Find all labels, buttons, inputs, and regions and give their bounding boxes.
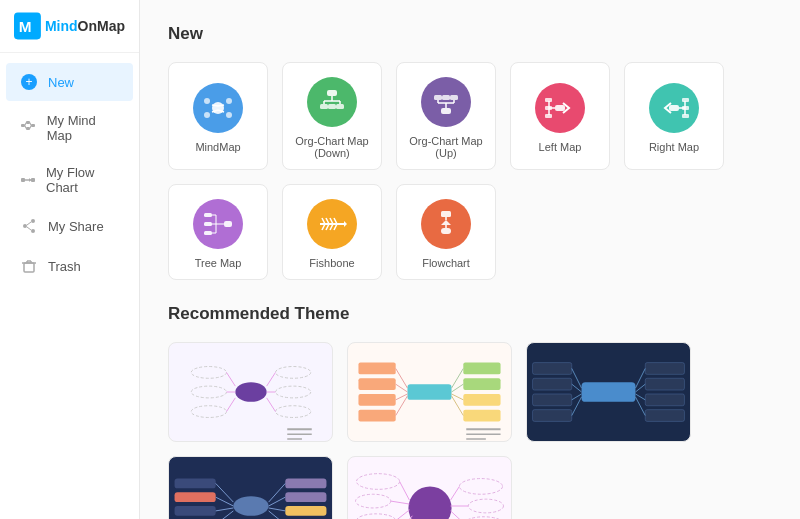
flowchart-label: Flowchart: [422, 257, 470, 269]
svg-point-30: [226, 112, 232, 118]
sidebar-item-trash[interactable]: Trash: [6, 247, 133, 285]
svg-rect-13: [31, 178, 35, 182]
org-up-icon-circle: [421, 77, 471, 127]
svg-rect-51: [555, 105, 565, 111]
svg-rect-104: [358, 363, 395, 375]
mindmap-label: MindMap: [195, 141, 240, 153]
svg-rect-61: [682, 106, 689, 110]
svg-rect-143: [175, 506, 216, 516]
svg-line-154: [269, 497, 286, 506]
svg-line-97: [267, 372, 276, 386]
theme-card-4[interactable]: [168, 456, 333, 519]
theme-svg-4: [169, 457, 332, 519]
svg-line-33: [218, 105, 224, 106]
template-right-map[interactable]: Right Map: [624, 62, 724, 170]
svg-rect-56: [545, 114, 552, 118]
svg-rect-147: [285, 506, 326, 516]
svg-rect-142: [175, 492, 216, 502]
fishbone-label: Fishbone: [309, 257, 354, 269]
svg-point-163: [356, 514, 395, 519]
svg-point-160: [408, 486, 451, 519]
svg-point-90: [191, 406, 226, 418]
right-map-label: Right Map: [649, 141, 699, 153]
sidebar-item-trash-label: Trash: [48, 259, 81, 274]
svg-point-26: [212, 102, 224, 114]
svg-point-166: [468, 499, 503, 513]
svg-line-156: [269, 511, 286, 519]
recommended-section-title: Recommended Theme: [168, 304, 772, 324]
svg-point-140: [233, 496, 268, 516]
svg-rect-50: [450, 95, 458, 100]
template-org-up[interactable]: Org-Chart Map (Up): [396, 62, 496, 170]
svg-rect-43: [441, 108, 451, 114]
svg-line-20: [27, 227, 31, 230]
mindmap-icon-circle: [193, 83, 243, 133]
svg-rect-128: [645, 363, 684, 375]
svg-rect-105: [358, 378, 395, 390]
template-mindmap[interactable]: MindMap: [168, 62, 268, 170]
svg-line-19: [27, 222, 31, 225]
tree-map-label: Tree Map: [195, 257, 242, 269]
svg-rect-40: [320, 104, 328, 109]
org-down-icon-circle: [307, 77, 357, 127]
svg-line-96: [226, 398, 235, 412]
sidebar-nav: + New My Mind Map: [0, 53, 139, 287]
svg-rect-86: [441, 228, 451, 234]
trash-icon: [20, 257, 38, 275]
svg-rect-57: [669, 105, 679, 111]
theme-svg-1: [169, 343, 332, 441]
svg-rect-63: [204, 213, 212, 217]
sidebar-item-new-label: New: [48, 75, 74, 90]
template-flowchart[interactable]: Flowchart: [396, 184, 496, 280]
sidebar-item-mind-map[interactable]: My Mind Map: [6, 103, 133, 153]
theme-card-2[interactable]: [347, 342, 512, 442]
new-section-title: New: [168, 24, 772, 44]
svg-line-172: [451, 486, 460, 500]
svg-line-152: [216, 511, 234, 519]
svg-rect-62: [682, 114, 689, 118]
svg-rect-145: [285, 479, 326, 489]
svg-text:+: +: [26, 75, 33, 89]
template-left-map[interactable]: Left Map: [510, 62, 610, 170]
logo: M MindOnMap: [0, 0, 139, 53]
svg-rect-131: [645, 410, 684, 422]
svg-point-17: [31, 229, 35, 233]
svg-rect-54: [545, 98, 552, 102]
theme-card-1[interactable]: [168, 342, 333, 442]
svg-point-29: [226, 98, 232, 104]
svg-line-168: [400, 482, 410, 501]
svg-rect-106: [358, 394, 395, 406]
template-org-down[interactable]: Org-Chart Map (Down): [282, 62, 382, 170]
sidebar-item-new[interactable]: + New: [6, 63, 133, 101]
svg-point-161: [356, 474, 399, 490]
theme-card-5[interactable]: [347, 456, 512, 519]
theme-svg-2: [348, 343, 511, 441]
svg-rect-4: [21, 124, 25, 127]
sidebar-item-flow-chart[interactable]: My Flow Chart: [6, 155, 133, 205]
svg-rect-6: [26, 127, 30, 130]
flow-chart-icon: [20, 171, 36, 189]
main-content: New MindMap: [140, 0, 800, 519]
theme-grid: [168, 342, 772, 519]
svg-rect-123: [582, 382, 636, 402]
template-fishbone[interactable]: Fishbone: [282, 184, 382, 280]
svg-rect-108: [463, 363, 500, 375]
template-tree-map[interactable]: Tree Map: [168, 184, 268, 280]
svg-rect-127: [533, 410, 572, 422]
fishbone-icon-circle: [307, 199, 357, 249]
svg-rect-82: [441, 211, 451, 217]
svg-point-92: [275, 386, 310, 398]
sidebar-item-mind-map-label: My Mind Map: [47, 113, 119, 143]
svg-line-153: [269, 483, 286, 502]
svg-line-149: [216, 483, 234, 502]
svg-point-16: [31, 219, 35, 223]
left-map-label: Left Map: [539, 141, 582, 153]
theme-card-3[interactable]: [526, 342, 691, 442]
flowchart-icon-circle: [421, 199, 471, 249]
svg-rect-12: [21, 178, 25, 182]
svg-rect-111: [463, 410, 500, 422]
svg-rect-71: [224, 221, 232, 227]
sidebar-item-share[interactable]: My Share: [6, 207, 133, 245]
svg-rect-126: [533, 394, 572, 406]
svg-line-150: [216, 497, 234, 506]
